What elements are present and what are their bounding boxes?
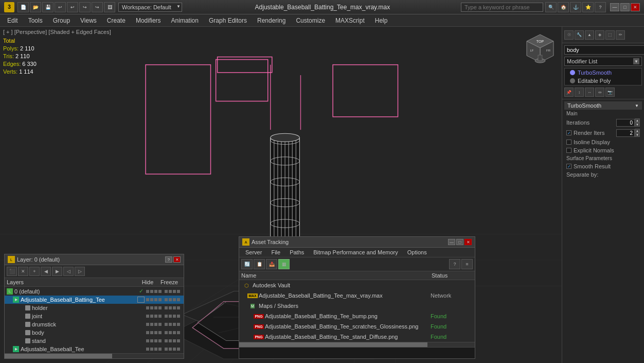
smooth-result-checkbox[interactable]: ✓ — [566, 164, 571, 169]
iterations-spin-down[interactable]: ▼ — [635, 123, 640, 127]
asset-menu-server[interactable]: Server — [241, 249, 266, 256]
layer-tb-btn6[interactable]: ◁ — [63, 267, 74, 276]
iterations-value[interactable]: 0 — [616, 119, 635, 127]
menu-help[interactable]: Help — [370, 16, 393, 25]
turbosmooth-header[interactable]: TurboSmooth ▼ — [564, 101, 642, 110]
panel-icon-btn1[interactable]: ☉ — [564, 30, 574, 40]
new-btn[interactable]: 📄 — [17, 2, 29, 12]
layer-scrollbar[interactable] — [5, 353, 184, 358]
isoline-checkbox[interactable] — [566, 140, 571, 145]
menu-customize[interactable]: Customize — [291, 16, 330, 25]
asset-tb-btn1[interactable]: 🔄 — [241, 259, 253, 269]
asset-row-stand-diffuse[interactable]: PNG Adjustable_Baseball_Batting_Tee_stan… — [239, 332, 475, 342]
minimize-btn[interactable]: — — [610, 3, 619, 11]
menu-tools[interactable]: Tools — [23, 16, 48, 25]
panel-tool-camera[interactable]: 📷 — [605, 88, 615, 97]
menu-modifiers[interactable]: Modifiers — [131, 16, 166, 25]
menu-views[interactable]: Views — [75, 16, 102, 25]
layer-panel-help-btn[interactable]: ? — [165, 256, 172, 263]
layer-tb-btn5[interactable]: ▶ — [52, 267, 62, 276]
layer-row-abt[interactable]: ▶ Adjustable_Baseball_Tee — [5, 345, 184, 353]
asset-row-maps[interactable]: M Maps / Shaders — [239, 301, 475, 311]
modifier-list-dropdown[interactable]: Modifier List ▼ — [564, 57, 642, 66]
layer-row-holder[interactable]: holder — [5, 304, 184, 312]
asset-tb-btn2[interactable]: 📋 — [254, 259, 265, 269]
explicit-normals-checkbox[interactable] — [566, 148, 571, 153]
menu-animation[interactable]: Animation — [166, 16, 204, 25]
menu-graph-editors[interactable]: Graph Editors — [204, 16, 252, 25]
asset-menu-paths[interactable]: Paths — [285, 249, 308, 256]
undo2-btn[interactable]: ↩ — [67, 2, 78, 12]
object-name-input[interactable] — [564, 45, 644, 55]
asset-tb-btn3[interactable]: 📤 — [266, 259, 277, 269]
asset-row-bump[interactable]: PNG Adjustable_Baseball_Batting_Tee_bump… — [239, 311, 475, 321]
layer-tb-btn7[interactable]: ▷ — [75, 267, 85, 276]
asset-tb-btn6[interactable]: ≡ — [461, 259, 473, 269]
undo-btn[interactable]: ↩ — [55, 2, 66, 12]
panel-icon-btn6[interactable]: ✏ — [616, 30, 625, 40]
layer-row-body[interactable]: body — [5, 329, 184, 337]
modifier-editablepoly[interactable]: Editable Poly — [567, 77, 639, 85]
iterations-spin-up[interactable]: ▲ — [635, 118, 640, 123]
star-btn[interactable]: ⭐ — [582, 2, 594, 12]
asset-menu-options[interactable]: Options — [403, 249, 431, 256]
layer-row-abbt[interactable]: ▶ Adjustable_Baseball_Batting_Tee — [5, 296, 184, 304]
menu-create[interactable]: Create — [102, 16, 131, 25]
redo-btn[interactable]: ↪ — [79, 2, 91, 12]
menu-rendering[interactable]: Rendering — [252, 16, 291, 25]
layer-row-default[interactable]: L 0 (default) ✓ — [5, 287, 184, 296]
layer-tb-btn2[interactable]: ✕ — [18, 267, 28, 276]
layer-tb-btn1[interactable]: ⬛ — [7, 267, 17, 276]
layer-row-drumstick[interactable]: drumstick — [5, 320, 184, 329]
workspace-dropdown[interactable]: Workspace: Default ▼ — [118, 3, 182, 12]
render-iters-value[interactable]: 2 — [616, 129, 635, 137]
close-btn[interactable]: ✕ — [631, 3, 640, 11]
layer-row-joint[interactable]: joint — [5, 312, 184, 320]
menu-edit[interactable]: Edit — [2, 16, 23, 25]
save-btn[interactable]: 💾 — [42, 2, 53, 12]
asset-minimize-btn[interactable]: — — [448, 239, 455, 245]
asset-row-scratches[interactable]: PNG Adjustable_Baseball_Batting_Tee_scra… — [239, 321, 475, 332]
asset-scroll-thumb[interactable] — [239, 342, 427, 347]
nav-cube[interactable]: TOP FR LF — [524, 32, 557, 65]
panel-icon-btn2[interactable]: 🔧 — [575, 30, 584, 40]
layer-row-stand[interactable]: stand — [5, 337, 184, 345]
asset-tb-btn4[interactable]: ▦ — [278, 259, 290, 269]
asset-row-vault[interactable]: ⬡ Autodesk Vault — [239, 280, 475, 290]
menu-group[interactable]: Group — [48, 16, 75, 25]
search-btn[interactable]: 🔍 — [545, 2, 557, 12]
anchor-btn[interactable]: ⚓ — [570, 2, 581, 12]
asset-scrollbar[interactable] — [239, 342, 475, 347]
render-spin-up[interactable]: ▲ — [635, 129, 640, 133]
panel-icon-btn5[interactable]: ⬚ — [605, 30, 615, 40]
asset-close-btn[interactable]: ✕ — [464, 239, 472, 245]
asset-tb-btn5[interactable]: ? — [449, 259, 460, 269]
panel-tool-rotate[interactable]: ↔ — [585, 88, 594, 97]
panel-tool-pin[interactable]: 📌 — [564, 88, 574, 97]
modifier-turbosmooth[interactable]: TurboSmooth — [567, 68, 639, 77]
menu-maxscript[interactable]: MAXScript — [330, 16, 370, 25]
help-btn[interactable]: ? — [595, 2, 606, 12]
render-iters-checkbox[interactable]: ✓ — [566, 130, 571, 135]
layer-tb-btn3[interactable]: + — [29, 267, 40, 276]
panel-tool-scale[interactable]: ⇔ — [595, 88, 604, 97]
maximize-btn[interactable]: □ — [620, 3, 630, 11]
asset-menu-bitmap[interactable]: Bitmap Performance and Memory — [309, 249, 402, 256]
render-icon-btn[interactable]: 🖼 — [104, 2, 115, 12]
panel-icon-btn4[interactable]: ◈ — [595, 30, 604, 40]
open-btn[interactable]: 📂 — [30, 2, 41, 12]
redo2-btn[interactable]: ↪ — [92, 2, 103, 12]
search-input[interactable] — [461, 3, 543, 12]
asset-maximize-btn[interactable]: □ — [456, 239, 463, 245]
layer-panel-close-btn[interactable]: ✕ — [173, 256, 181, 263]
asset-menu-file[interactable]: File — [267, 249, 284, 256]
nav-btn[interactable]: 🏠 — [558, 2, 569, 12]
panel-tool-move[interactable]: ↕ — [575, 88, 584, 97]
layer-scroll-thumb[interactable] — [5, 354, 112, 358]
panel-icon-btn3[interactable]: ▲ — [585, 30, 594, 40]
asset-row-maxfile[interactable]: MAX Adjustable_Baseball_Batting_Tee_max_… — [239, 290, 475, 301]
layer-tb-btn4[interactable]: ◀ — [41, 267, 51, 276]
viewport[interactable]: [ + ] [Perspective] [Shaded + Edged Face… — [0, 27, 562, 363]
asset-input-field[interactable] — [239, 347, 475, 358]
render-spin-down[interactable]: ▼ — [635, 133, 640, 137]
